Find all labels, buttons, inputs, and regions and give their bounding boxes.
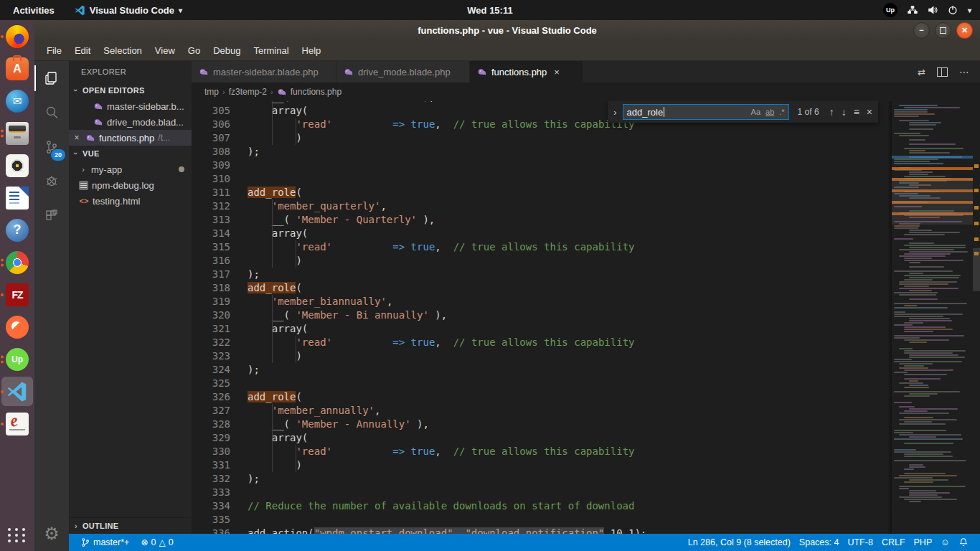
open-editor-item[interactable]: ×functions.php/t... [69,130,192,146]
match-case-icon[interactable]: Aa [751,108,760,116]
indent-guide [272,458,273,472]
menu-selection[interactable]: Selection [97,45,148,56]
tab-functions-php[interactable]: functions.php× [470,61,583,83]
source-control-icon[interactable]: 20 [34,130,69,164]
more-actions-icon[interactable]: ⋯ [959,66,970,77]
libreoffice-writer-launcher[interactable] [0,182,34,214]
minimap-code-line [909,143,956,145]
vscode-launcher[interactable] [0,375,34,408]
tree-item-testing-html[interactable]: <>testing.html [69,193,192,209]
menu-go[interactable]: Go [182,45,207,56]
cursor-position[interactable]: Ln 286, Col 9 (8 selected) [684,537,795,547]
ubuntu-software-launcher[interactable]: A [0,52,34,85]
upwork-launcher[interactable]: Up [0,343,34,375]
upwork-icon: Up [5,347,29,372]
eol-indicator[interactable]: CRLF [877,537,910,547]
open-changes-icon[interactable]: ⇄ [918,67,925,77]
code-editor[interactable]: › add_role Aa ab .* 1 of 6 [192,101,980,534]
line-number: 319 [192,295,230,309]
find-in-selection-icon[interactable]: ≡ [852,106,861,118]
minimap-code-line [909,501,921,502]
outline-header[interactable]: › OUTLINE [69,517,192,534]
code-line: 331 ) [192,458,890,472]
find-input[interactable]: add_role Aa ab .* [623,104,789,120]
code-line: 314 array( [192,227,890,240]
find-widget: › add_role Aa ab .* 1 of 6 [608,101,878,123]
close-editor-icon[interactable]: × [72,133,82,143]
help-launcher[interactable]: ? [0,214,34,246]
open-editor-item[interactable]: drive_mode.blad... [69,114,192,130]
line-number: 323 [192,349,230,363]
previous-match-icon[interactable]: ↑ [828,106,836,118]
menu-file[interactable]: File [40,45,68,56]
git-branch-indicator[interactable]: master*+ [76,537,133,547]
regex-icon[interactable]: .* [779,108,784,116]
minimap-code-line [909,490,936,491]
network-icon[interactable] [908,5,918,15]
feedback-smiley-icon[interactable]: ☺ [936,537,954,547]
minimap[interactable] [892,101,973,534]
next-match-icon[interactable]: ↓ [840,106,848,118]
explorer-icon[interactable] [34,61,69,95]
breadcrumb-item[interactable]: fz3temp-2 [229,87,267,97]
file-manager-launcher[interactable] [0,117,34,149]
breadcrumb[interactable]: tmp›fz3temp-2›functions.php [192,83,980,101]
breadcrumb-item[interactable]: tmp [204,87,219,97]
filezilla-launcher[interactable]: FZ [0,278,34,311]
maximize-button[interactable] [935,22,951,39]
minimap-find-match [892,167,973,170]
toggle-replace-icon[interactable]: › [612,107,618,118]
tab-drive-mode-blade-php[interactable]: drive_mode.blade.php [336,61,470,83]
minimap-code-line [899,120,929,121]
line-content: 'member_biannually', [248,295,890,309]
project-header[interactable]: › VUE [69,146,192,161]
title-bar[interactable]: functions.php - vue - Visual Studio Code… [34,20,980,40]
debug-icon[interactable] [34,164,69,199]
chrome-launcher[interactable] [0,246,34,278]
help-glyph: ? [6,219,29,242]
extensions-icon[interactable] [34,199,69,233]
breadcrumb-item[interactable]: functions.php [291,87,341,97]
close-tab-icon[interactable]: × [554,67,560,77]
media-player-launcher[interactable] [0,149,34,182]
overview-ruler[interactable] [973,101,980,534]
show-applications-launcher[interactable] [0,519,34,551]
system-menu-caret-icon[interactable]: ▾ [968,6,971,14]
minimize-button[interactable]: − [913,22,930,39]
menu-debug[interactable]: Debug [207,45,247,56]
power-icon[interactable] [948,5,958,15]
menu-edit[interactable]: Edit [68,45,97,56]
notifications-bell-icon[interactable] [954,537,973,547]
tree-item-npm-debug-log[interactable]: npm-debug.log [69,177,192,193]
tab-master-sidebar-blade-php[interactable]: master-sidebar.blade.php [192,61,336,83]
open-editors-header[interactable]: › OPEN EDITORS [69,83,192,98]
settings-gear-icon[interactable]: ⚙ [34,517,69,551]
scrollbar-slider[interactable] [973,248,980,291]
document-signer-launcher[interactable] [0,408,34,440]
minimap-code-line [899,419,957,420]
close-button[interactable]: ✕ [956,22,973,39]
menu-view[interactable]: View [149,45,182,56]
problems-indicator[interactable]: ⊗ 0 △ 0 [136,537,177,547]
search-icon[interactable] [34,95,69,130]
minimap-code-line [894,311,905,313]
app-indicator[interactable]: Visual Studio Code ▾ [67,5,189,16]
activities-button[interactable]: Activities [0,5,67,16]
postman-launcher[interactable] [0,311,34,343]
language-indicator[interactable]: PHP [910,537,937,547]
volume-icon[interactable] [928,5,938,15]
whole-word-icon[interactable]: ab [765,108,774,116]
indentation-indicator[interactable]: Spaces: 4 [795,537,844,547]
firefox-launcher[interactable] [0,20,34,52]
menu-terminal[interactable]: Terminal [247,45,295,56]
tree-item-my-app[interactable]: ›my-app [69,161,192,177]
open-editor-item[interactable]: master-sidebar.b... [69,98,192,114]
encoding-indicator[interactable]: UTF-8 [843,537,877,547]
thunderbird-launcher[interactable]: ✉ [0,85,34,117]
menu-help[interactable]: Help [296,45,328,56]
split-editor-icon[interactable] [937,67,948,77]
upwork-tray-icon[interactable]: Up [883,3,897,17]
gnome-top-bar: Activities Visual Studio Code ▾ Wed 15:1… [0,0,980,20]
minimap-slider[interactable] [892,179,973,225]
close-find-icon[interactable]: × [865,106,874,118]
